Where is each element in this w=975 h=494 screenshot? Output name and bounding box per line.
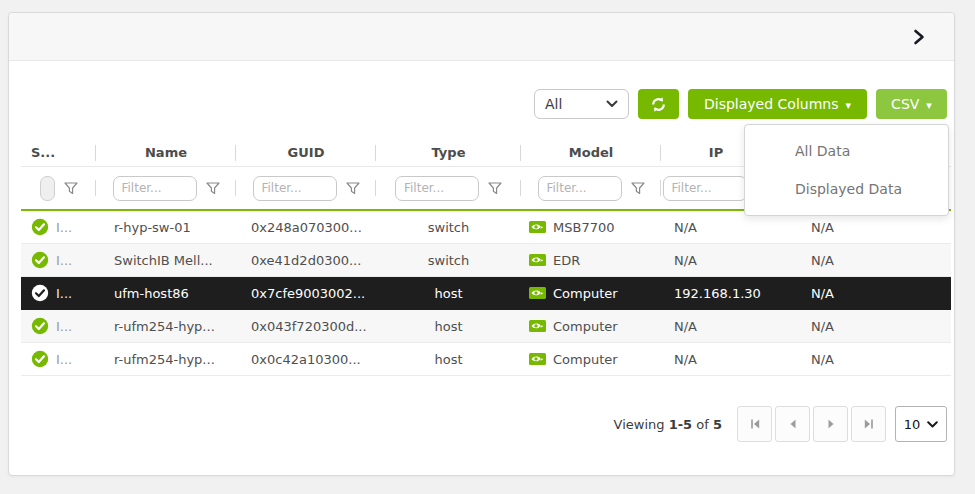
nvidia-logo-icon [529,221,546,233]
device-model: Computer [553,352,618,367]
column-header-guid[interactable]: GUID [236,145,376,160]
device-guid: 0x7cfe9003002... [236,286,376,301]
csv-label: CSV [891,96,919,112]
column-header-type[interactable]: Type [376,145,521,160]
status-text: I... [56,352,72,367]
first-page-button[interactable] [737,406,772,442]
device-type: host [376,319,521,334]
device-name: ufm-host86 [96,286,236,301]
device-ip: 192.168.1.30 [661,286,771,301]
device-type: switch [376,253,521,268]
device-model: MSB7700 [553,220,614,235]
last-page-button[interactable] [851,406,886,442]
status-ok-icon [31,218,49,236]
device-type: host [376,352,521,367]
table-footer: Viewing 1-5 of 5 10 [614,406,947,442]
device-ip: N/A [661,253,771,268]
devices-panel: All Displayed Columns ▾ CSV ▾ [8,12,955,476]
funnel-filter-icon[interactable] [631,182,645,195]
model-filter-input[interactable] [538,176,622,201]
collapse-panel-button[interactable] [908,26,930,48]
chevron-down-icon [606,100,618,108]
table-row[interactable]: I... r-ufm254-hyp... 0x043f720300d... ho… [21,310,951,343]
status-text: I... [56,319,72,334]
viewing-total: 5 [713,417,722,432]
caret-down-icon: ▾ [926,100,932,111]
chevron-down-icon [927,421,938,428]
chevron-right-icon [912,29,926,45]
viewing-range: 1-5 [669,417,693,432]
table-row[interactable]: I... r-ufm254-hyp... 0x0c42a10300... hos… [21,343,951,376]
nvidia-logo-icon [529,353,546,365]
device-name: r-hyp-sw-01 [96,220,236,235]
device-extra: N/A [771,352,951,367]
device-name: r-ufm254-hyp... [96,352,236,367]
funnel-filter-icon[interactable] [206,182,220,195]
viewing-label: Viewing [614,417,665,432]
page-size-select[interactable]: 10 [895,406,947,442]
csv-export-button[interactable]: CSV ▾ [876,89,947,119]
device-ip: N/A [661,352,771,367]
device-guid: 0x0c42a10300... [236,352,376,367]
device-guid: 0x043f720300d... [236,319,376,334]
menu-item-displayed-data[interactable]: Displayed Data [745,170,948,208]
csv-export-menu: All Data Displayed Data [744,124,949,216]
device-guid: 0xe41d2d0300... [236,253,376,268]
nvidia-logo-icon [529,320,546,332]
funnel-filter-icon[interactable] [64,182,78,195]
guid-filter-input[interactable] [253,176,337,201]
last-page-icon [863,418,875,430]
name-filter-input[interactable] [113,176,197,201]
funnel-filter-icon[interactable] [488,182,502,195]
previous-page-icon [789,419,797,429]
severity-filter-input[interactable] [40,176,55,201]
status-text: I... [56,220,72,235]
next-page-button[interactable] [813,406,848,442]
column-header-name[interactable]: Name [96,145,236,160]
table-row-selected[interactable]: I... ufm-host86 0x7cfe9003002... host Co… [21,277,951,310]
displayed-columns-button[interactable]: Displayed Columns ▾ [688,89,867,119]
caret-down-icon: ▾ [845,100,851,111]
device-name: SwitchIB Mell... [96,253,236,268]
scope-filter-value: All [545,96,562,112]
device-extra: N/A [771,286,951,301]
viewing-summary: Viewing 1-5 of 5 [614,417,722,432]
first-page-icon [749,418,761,430]
status-ok-icon [31,350,49,368]
status-ok-icon [31,317,49,335]
status-text: I... [56,286,72,301]
device-model: Computer [553,286,618,301]
device-extra: N/A [771,319,951,334]
device-extra: N/A [771,220,951,235]
previous-page-button[interactable] [775,406,810,442]
column-header-model[interactable]: Model [521,145,661,160]
device-extra: N/A [771,253,951,268]
displayed-columns-label: Displayed Columns [704,96,838,112]
page-size-value: 10 [904,417,921,432]
device-model: Computer [553,319,618,334]
device-type: switch [376,220,521,235]
device-model: EDR [553,253,580,268]
device-guid: 0x248a070300... [236,220,376,235]
nvidia-logo-icon [529,254,546,266]
refresh-button[interactable] [638,89,679,119]
viewing-of: of [696,417,709,432]
ip-filter-input[interactable] [663,176,747,201]
next-page-icon [827,419,835,429]
device-ip: N/A [661,319,771,334]
funnel-filter-icon[interactable] [346,182,360,195]
table-toolbar: All Displayed Columns ▾ CSV ▾ [534,89,947,119]
panel-header [9,13,954,61]
device-ip: N/A [661,220,771,235]
status-ok-icon [31,284,49,302]
table-row[interactable]: I... SwitchIB Mell... 0xe41d2d0300... sw… [21,244,951,277]
device-name: r-ufm254-hyp... [96,319,236,334]
column-header-severity[interactable]: S... [21,145,96,160]
status-ok-icon [31,251,49,269]
refresh-icon [650,96,667,113]
menu-item-all-data[interactable]: All Data [745,132,948,170]
nvidia-logo-icon [529,287,546,299]
type-filter-input[interactable] [395,176,479,201]
device-type: host [376,286,521,301]
scope-filter-select[interactable]: All [534,89,629,119]
